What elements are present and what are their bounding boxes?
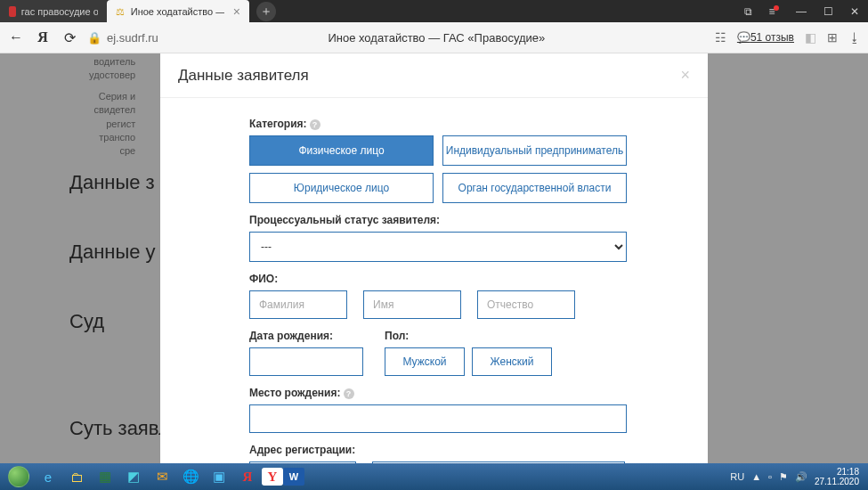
language-indicator[interactable]: RU bbox=[730, 471, 744, 482]
window-maximize-button[interactable]: ☐ bbox=[815, 0, 841, 22]
reg-address-input[interactable] bbox=[372, 461, 625, 463]
window-copy-icon[interactable]: ⧉ bbox=[734, 0, 761, 22]
status-select[interactable]: --- bbox=[249, 232, 627, 262]
browser-tab-active[interactable]: ⚖ Иное ходатайство — Г. × bbox=[107, 0, 249, 22]
gender-label: Пол: bbox=[385, 330, 552, 342]
category-ip-button[interactable]: Индивидуальный предприниматель bbox=[442, 135, 627, 166]
dob-label: Дата рождения: bbox=[249, 330, 363, 342]
extension-icon[interactable]: ⊞ bbox=[827, 30, 838, 45]
taskbar-yandex-icon[interactable]: Я bbox=[233, 466, 262, 487]
url-display[interactable]: 🔒 ej.sudrf.ru bbox=[87, 31, 158, 45]
lock-icon: 🔒 bbox=[87, 31, 101, 45]
taskbar-outlook-icon[interactable]: ✉ bbox=[148, 466, 176, 487]
bookmark-icon[interactable]: ◧ bbox=[805, 30, 816, 45]
taskbar-browser-icon[interactable]: Y bbox=[262, 468, 283, 486]
category-yur-button[interactable]: Юридическое лицо bbox=[249, 173, 434, 203]
gender-female-button[interactable]: Женский bbox=[472, 347, 552, 376]
page-title: Иное ходатайство — ГАС «Правосудие» bbox=[167, 31, 706, 45]
browser-tab-inactive[interactable]: гас правосудие официаль bbox=[0, 0, 107, 22]
back-button[interactable]: ← bbox=[7, 29, 25, 45]
reg-index-input[interactable] bbox=[249, 461, 356, 463]
birthplace-label: Место рождения:? bbox=[249, 387, 690, 399]
fio-label: ФИО: bbox=[249, 273, 690, 285]
tab-title: Иное ходатайство — Г. bbox=[131, 6, 224, 17]
modal-title: Данные заявителя bbox=[178, 67, 309, 85]
category-gov-button[interactable]: Орган государственной власти bbox=[442, 173, 627, 203]
tray-icon[interactable]: ▲ bbox=[751, 471, 761, 482]
tab-title: гас правосудие официаль bbox=[21, 6, 98, 17]
taskbar-word-icon[interactable]: W bbox=[283, 468, 304, 486]
reviews-button[interactable]: 💬51 отзыв bbox=[737, 31, 794, 44]
birthplace-input[interactable] bbox=[249, 404, 627, 433]
reload-button[interactable]: ⟳ bbox=[61, 29, 78, 46]
category-label: Категория:? bbox=[249, 118, 690, 130]
taskbar-zoom-icon[interactable]: ▣ bbox=[205, 466, 233, 487]
tray-flag-icon[interactable]: ⚑ bbox=[779, 471, 788, 483]
status-label: Процессуальный статус заявителя: bbox=[249, 214, 690, 226]
lastname-input[interactable] bbox=[249, 290, 347, 319]
window-menu-icon[interactable]: ≡ bbox=[761, 0, 788, 22]
modal-close-button[interactable]: × bbox=[680, 66, 690, 85]
modal-dialog: Данные заявителя × Категория:? Физическо… bbox=[160, 53, 708, 463]
category-fiz-button[interactable]: Физическое лицо bbox=[249, 135, 434, 166]
taskbar-ie-icon[interactable]: e bbox=[34, 466, 62, 487]
favicon-scales: ⚖ bbox=[116, 6, 126, 17]
browser-address-bar: ← Я ⟳ 🔒 ej.sudrf.ru Иное ходатайство — Г… bbox=[0, 22, 868, 53]
url-text: ej.sudrf.ru bbox=[107, 31, 158, 45]
close-tab-icon[interactable]: × bbox=[233, 4, 240, 19]
tray-icon[interactable]: ▫ bbox=[768, 471, 772, 482]
windows-taskbar: e 🗀 ▦ ◩ ✉ 🌐 ▣ Я Y W RU ▲ ▫ ⚑ 🔊 21:18 27.… bbox=[0, 463, 868, 490]
taskbar-app-icon[interactable]: ◩ bbox=[119, 466, 148, 487]
midname-input[interactable] bbox=[477, 290, 575, 319]
dob-input[interactable] bbox=[249, 347, 363, 376]
taskbar-clock[interactable]: 21:18 27.11.2020 bbox=[815, 467, 864, 486]
taskbar-excel-icon[interactable]: ▦ bbox=[91, 466, 119, 487]
window-titlebar: гас правосудие официаль ⚖ Иное ходатайст… bbox=[0, 0, 868, 22]
favicon-search bbox=[9, 6, 16, 17]
yandex-button[interactable]: Я bbox=[34, 29, 52, 45]
help-icon[interactable]: ? bbox=[344, 388, 354, 399]
tray-sound-icon[interactable]: 🔊 bbox=[795, 471, 807, 483]
taskbar-chrome-icon[interactable]: 🌐 bbox=[176, 466, 205, 487]
translate-icon[interactable]: ☷ bbox=[715, 30, 726, 45]
reg-address-label: Адрес регистрации: bbox=[249, 444, 690, 456]
firstname-input[interactable] bbox=[363, 290, 461, 319]
gender-male-button[interactable]: Мужской bbox=[385, 347, 465, 376]
new-tab-button[interactable]: ＋ bbox=[256, 2, 276, 21]
window-close-button[interactable]: ✕ bbox=[841, 0, 868, 22]
help-icon[interactable]: ? bbox=[310, 119, 320, 130]
taskbar-explorer-icon[interactable]: 🗀 bbox=[62, 466, 91, 487]
window-minimize-button[interactable]: — bbox=[788, 0, 815, 22]
start-button[interactable] bbox=[4, 465, 34, 488]
download-icon[interactable]: ⭳ bbox=[848, 30, 861, 45]
